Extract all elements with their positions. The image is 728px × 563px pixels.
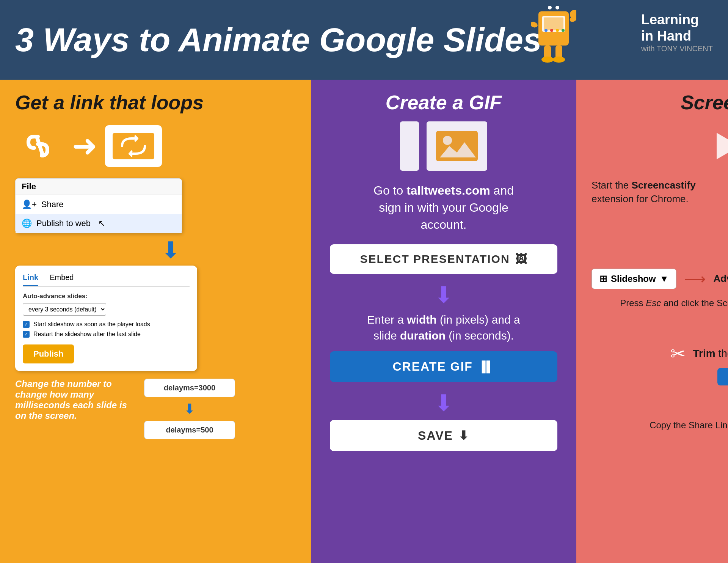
tab-link[interactable]: Link	[23, 273, 38, 286]
download-icon: ⬇	[458, 428, 469, 443]
svg-point-12	[544, 29, 548, 32]
svg-point-11	[555, 6, 559, 9]
publish-menu-item[interactable]: 🌐 Publish to web ↖	[16, 214, 182, 233]
share-menu-item[interactable]: 👤+ Share	[16, 195, 182, 214]
col3-heading: Screen record	[592, 91, 728, 114]
col3-trim-section: ✂ Trim the start and end. ✂	[592, 343, 728, 364]
dropdown-arrow: ▼	[660, 274, 669, 284]
purple-arrow-1: ⬇	[434, 282, 453, 308]
gif-tall-icon	[400, 121, 419, 171]
delay-boxes: delayms=3000 ⬇ delayms=500	[144, 379, 235, 439]
checkbox-1[interactable]: ✓	[23, 321, 30, 328]
svg-point-3	[531, 21, 538, 28]
blue-arrow-down: ⬇	[46, 239, 296, 262]
col2-gif: Create a GIF Go to talltweets.com and si…	[311, 80, 576, 563]
checkbox-row-2: ✓ Restart the slideshow after the last s…	[23, 331, 190, 338]
col1-icons: ➜	[15, 121, 296, 171]
chain-icon	[15, 121, 64, 171]
svg-point-19	[443, 136, 452, 145]
svg-point-15	[562, 29, 565, 32]
cursor-indicator: ↖	[98, 219, 105, 228]
advance-slides-text: Advance the slides.	[713, 272, 728, 285]
col2-heading: Create a GIF	[386, 91, 502, 114]
svg-rect-17	[113, 133, 154, 159]
auto-advance-label: Auto-advance slides:	[23, 293, 190, 300]
col3-top-text: Start the Screencastify extension for Ch…	[592, 178, 720, 206]
red-arrow-down: ⬇	[592, 317, 728, 339]
svg-point-9	[553, 57, 565, 63]
file-menu: File 👤+ Share 🌐 Publish to web ↖	[15, 178, 182, 233]
col2-mid-text: Enter a width (in pixels) and a slide du…	[367, 312, 520, 344]
screencast-play-icon	[592, 121, 728, 171]
gif-bar-icon: ▐▌	[478, 361, 495, 373]
orange-arrow-right: ⟶	[684, 270, 706, 288]
delay-box-2: delayms=500	[144, 421, 235, 439]
save-trim-button[interactable]: Save trim	[717, 368, 728, 385]
checkbox-row-1: ✓ Start slideshow as soon as the player …	[23, 321, 190, 328]
slideshow-button[interactable]: ⊞ Slideshow ▼	[592, 269, 676, 289]
header: 3 Ways to Animate Google Slides	[0, 0, 728, 80]
svg-point-13	[550, 29, 553, 32]
col3-export-text: Copy the Share Link or export as a video…	[592, 419, 728, 432]
delay-box-1: delayms=3000	[144, 379, 235, 397]
gif-img-icon	[427, 121, 487, 171]
mascot-icon	[531, 4, 592, 76]
svg-rect-2	[544, 17, 563, 30]
svg-point-14	[556, 29, 559, 32]
small-blue-arrow: ⬇	[144, 401, 235, 417]
col2-intro-text: Go to talltweets.com and sign in with yo…	[373, 182, 514, 233]
svg-marker-20	[717, 133, 728, 159]
arrow-icon: ➜	[72, 131, 97, 161]
red-arrow-down-2: ⬇	[592, 393, 728, 415]
col3-stop-text: Press Esc and click the Screencastify bu…	[592, 297, 728, 310]
main-content: Get a link that loops ➜	[0, 80, 728, 563]
save-button[interactable]: SAVE ⬇	[330, 420, 557, 451]
page-title: 3 Ways to Animate Google Slides	[15, 23, 713, 57]
select-presentation-button[interactable]: SELECT PRESENTATION 🖼	[330, 244, 557, 274]
image-icon: 🖼	[515, 253, 527, 266]
create-gif-button[interactable]: CREATE GIF ▐▌	[330, 351, 557, 382]
col1-heading: Get a link that loops	[15, 91, 296, 114]
tab-embed[interactable]: Embed	[50, 273, 74, 286]
svg-point-10	[548, 6, 552, 9]
col1-bottom: Change the number to change how many mil…	[15, 379, 296, 439]
col1-description: Change the number to change how many mil…	[15, 379, 129, 421]
auto-advance-select[interactable]: every 3 seconds (default)	[23, 303, 106, 316]
publish-tabs: Link Embed	[23, 273, 190, 287]
col3-mid-section: ⊞ Slideshow ▼ ⟶ Advance the slides.	[592, 269, 728, 289]
publish-dialog: Link Embed Auto-advance slides: every 3 …	[15, 266, 197, 371]
checkbox-2[interactable]: ✓	[23, 331, 30, 338]
url-text: talltweets.com	[406, 184, 490, 197]
file-menu-header: File	[16, 179, 182, 195]
col3-top-section: Start the Screencastify extension for Ch…	[592, 178, 728, 261]
brand-logo: Learning in Hand with TONY VINCENT	[641, 11, 713, 53]
globe-icon: 🌐	[22, 219, 32, 228]
publish-button[interactable]: Publish	[23, 344, 74, 363]
share-icon: 👤+	[22, 200, 37, 209]
svg-point-8	[541, 57, 554, 63]
purple-arrow-2: ⬇	[434, 390, 453, 416]
scissors-icon-left: ✂	[670, 343, 686, 364]
gif-icons	[400, 121, 487, 171]
col3-screenrecord: Screen record Start the Screencastify ex…	[576, 80, 728, 563]
loop-icon	[105, 125, 162, 167]
slideshow-icon: ⊞	[599, 274, 607, 284]
trim-text: Trim the start and end.	[693, 348, 728, 360]
col1-loops: Get a link that loops ➜	[0, 80, 311, 563]
